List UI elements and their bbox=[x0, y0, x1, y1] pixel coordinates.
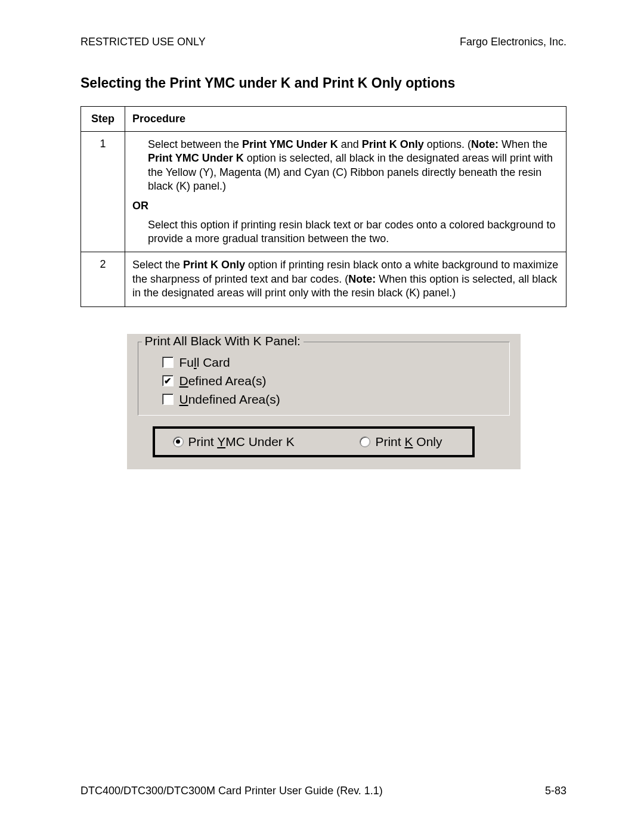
col-header-step: Step bbox=[81, 107, 125, 132]
step1-para1: Select between the Print YMC Under K and… bbox=[148, 138, 559, 194]
dialog-screenshot: Print All Black With K Panel: Full Card … bbox=[127, 334, 521, 469]
radio-print-k-only[interactable]: Print K Only bbox=[360, 435, 442, 449]
footer-right: 5-83 bbox=[545, 785, 566, 797]
k-panel-group: Print All Black With K Panel: Full Card … bbox=[127, 334, 521, 469]
checkbox-icon: ✔ bbox=[162, 375, 174, 386]
table-row: 1 Select between the Print YMC Under K a… bbox=[81, 132, 566, 252]
fieldset-legend: Print All Black With K Panel: bbox=[142, 334, 304, 348]
radio-icon bbox=[173, 436, 184, 447]
radio-print-ymc-under-k[interactable]: Print YMC Under K bbox=[173, 435, 295, 449]
or-label: OR bbox=[132, 200, 559, 212]
section-title: Selecting the Print YMC under K and Prin… bbox=[80, 75, 566, 91]
procedure-table: Step Procedure 1 Select between the Prin… bbox=[80, 106, 566, 307]
header-left: RESTRICTED USE ONLY bbox=[80, 36, 206, 48]
step1-para2: Select this option if printing resin bla… bbox=[148, 218, 559, 246]
footer-left: DTC400/DTC300/DTC300M Card Printer User … bbox=[80, 785, 383, 797]
radio-label: Print YMC Under K bbox=[188, 435, 295, 449]
checkbox-full-card[interactable]: Full Card bbox=[162, 355, 499, 370]
table-row: 2 Select the Print K Only option if prin… bbox=[81, 252, 566, 306]
radio-icon bbox=[360, 436, 370, 447]
page-header: RESTRICTED USE ONLY Fargo Electronics, I… bbox=[80, 36, 566, 48]
step-cell: Select between the Print YMC Under K and… bbox=[125, 132, 566, 252]
header-right: Fargo Electronics, Inc. bbox=[460, 36, 566, 48]
step2-para: Select the Print K Only option if printi… bbox=[132, 258, 559, 300]
checkbox-icon bbox=[162, 357, 174, 368]
radio-group: Print YMC Under K Print K Only bbox=[153, 426, 475, 457]
checkbox-defined-areas[interactable]: ✔ Defined Area(s) bbox=[162, 374, 499, 388]
checkbox-undefined-areas[interactable]: Undefined Area(s) bbox=[162, 392, 499, 407]
radio-label: Print K Only bbox=[375, 435, 442, 449]
step-number: 2 bbox=[81, 252, 125, 306]
page-footer: DTC400/DTC300/DTC300M Card Printer User … bbox=[80, 785, 566, 797]
checkbox-icon bbox=[162, 394, 174, 405]
checkbox-label: Undefined Area(s) bbox=[179, 392, 280, 407]
step-number: 1 bbox=[81, 132, 125, 252]
k-panel-fieldset: Print All Black With K Panel: Full Card … bbox=[138, 342, 510, 416]
checkbox-label: Defined Area(s) bbox=[179, 374, 267, 388]
col-header-procedure: Procedure bbox=[125, 107, 566, 132]
checkbox-label: Full Card bbox=[179, 355, 230, 370]
step-cell: Select the Print K Only option if printi… bbox=[125, 252, 566, 306]
